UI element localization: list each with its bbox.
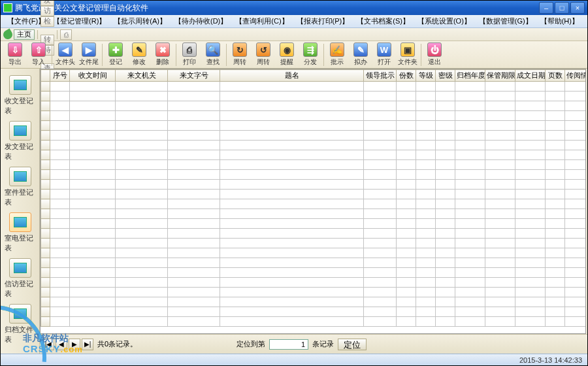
table-row[interactable]	[41, 82, 587, 92]
table-row[interactable]	[41, 248, 587, 258]
table-row[interactable]	[41, 229, 587, 239]
smallbar-btn-5[interactable]: 检	[41, 16, 54, 27]
toolbar-label: 登记	[109, 58, 122, 67]
table-row[interactable]	[41, 141, 587, 150]
maximize-button[interactable]: □	[555, 2, 569, 14]
column-header[interactable]: 页数	[546, 70, 565, 82]
column-header[interactable]: 份数	[397, 70, 416, 82]
table-row[interactable]	[41, 307, 587, 317]
column-header[interactable]: 来文机关	[116, 70, 168, 82]
toolbar-周转[interactable]: ↺周转	[252, 42, 275, 68]
column-header[interactable]: 来文字号	[168, 70, 220, 82]
sidebar-item-5[interactable]: 归档文件表	[5, 304, 36, 344]
column-header[interactable]: 收文时间	[70, 70, 116, 82]
column-header[interactable]: 领导批示	[364, 70, 397, 82]
menu-item-6[interactable]: 【文书档案(S)】	[353, 16, 414, 26]
toolbar-导出[interactable]: ⇩导出	[3, 42, 27, 68]
table-row[interactable]	[41, 219, 587, 229]
smallbar-btn-3[interactable]: 发	[41, 0, 54, 6]
data-grid[interactable]: 序号收文时间来文机关来文字号题名领导批示份数等级密级归档年度保管期限成文日期页数…	[40, 69, 586, 334]
toolbar-icon: ⇩	[8, 42, 22, 57]
column-header[interactable]: 等级	[416, 70, 436, 82]
toolbar-打印[interactable]: ⎙打印	[178, 42, 201, 68]
toolbar-拟办[interactable]: ✎拟办	[349, 42, 372, 68]
menu-item-9[interactable]: 【帮助(H)】	[536, 16, 583, 26]
menu-item-1[interactable]: 【登记管理(R)】	[49, 16, 110, 26]
pager-first[interactable]: |◀	[42, 339, 54, 350]
toolbar-label: 退出	[428, 58, 441, 67]
table-row[interactable]	[41, 268, 587, 278]
toolbar-退出[interactable]: ⏻退出	[423, 42, 446, 68]
sidebar-item-1[interactable]: 发文登记表	[5, 121, 36, 161]
toolbar-icon: ⇶	[303, 42, 318, 57]
table-row[interactable]	[41, 297, 587, 307]
table-row[interactable]	[41, 111, 587, 121]
table-row[interactable]	[41, 131, 587, 141]
pager-next[interactable]: ▶	[69, 339, 80, 350]
sidebar-item-2[interactable]: 室件登记表	[5, 167, 36, 207]
column-header[interactable]: 成文日期	[515, 70, 546, 82]
minimize-button[interactable]: –	[539, 2, 553, 14]
toolbar-批示[interactable]: ✍批示	[325, 42, 349, 68]
column-header[interactable]	[41, 70, 50, 82]
smallbar-btn-4[interactable]: 访	[41, 6, 54, 16]
table-row[interactable]	[41, 92, 587, 101]
pager-prev[interactable]: ◀	[56, 339, 67, 350]
toolbar-label: 分发	[304, 58, 317, 67]
toolbar-查找[interactable]: 🔍查找	[201, 42, 225, 68]
sidebar-item-0[interactable]: 收文登记表	[5, 75, 36, 116]
table-row[interactable]	[41, 209, 587, 219]
table-row[interactable]	[41, 170, 587, 180]
leaf-icon	[1, 28, 14, 41]
table-row[interactable]	[41, 317, 587, 327]
table-row[interactable]	[41, 199, 587, 209]
toolbar-文件头[interactable]: ◀文件头	[54, 42, 77, 68]
table-row[interactable]	[41, 160, 587, 170]
toolbar-文件尾[interactable]: ▶文件尾	[77, 42, 101, 68]
menu-item-3[interactable]: 【待办待收(D)】	[171, 16, 231, 26]
toolbar-登记[interactable]: ✚登记	[104, 42, 127, 68]
toolbar-label: 拟办	[354, 58, 367, 67]
sidebar-label: 发文登记表	[5, 142, 36, 161]
menu-item-8[interactable]: 【数据管理(G)】	[475, 16, 536, 26]
toolbar-icon: ⏻	[427, 42, 442, 57]
table-row[interactable]	[41, 278, 587, 288]
column-header[interactable]: 保管期限	[485, 70, 515, 82]
sidebar-item-4[interactable]: 信访登记表	[5, 258, 36, 299]
table-row[interactable]	[41, 101, 587, 111]
table-row[interactable]	[41, 150, 587, 160]
table-row[interactable]	[41, 258, 587, 268]
toolbar-icon: ✎	[353, 42, 368, 57]
toolbar-label: 周转	[233, 58, 246, 67]
column-header[interactable]: 传阅情况	[565, 70, 587, 82]
toolbar-打开[interactable]: W打开	[372, 42, 396, 68]
menu-item-5[interactable]: 【报表打印(P)】	[293, 16, 353, 26]
toolbar-修改[interactable]: ✎修改	[127, 42, 151, 68]
pager-last[interactable]: ▶|	[82, 339, 93, 350]
column-header[interactable]: 归档年度	[455, 70, 485, 82]
close-button[interactable]: ×	[570, 2, 585, 14]
column-header[interactable]: 密级	[436, 70, 455, 82]
smallbar-print-icon[interactable]: ⎙	[60, 29, 72, 40]
toolbar-周转[interactable]: ↻周转	[228, 42, 252, 68]
toolbar-icon: ✍	[330, 42, 344, 57]
sidebar-item-3[interactable]: 室电登记表	[5, 212, 36, 253]
table-row[interactable]	[41, 190, 587, 199]
table-row[interactable]	[41, 288, 587, 297]
pager-goto-input[interactable]	[269, 339, 308, 350]
toolbar-分发[interactable]: ⇶分发	[299, 42, 322, 68]
column-header[interactable]: 题名	[220, 70, 364, 82]
toolbar-文件夹[interactable]: ▣文件夹	[396, 42, 419, 68]
pager-locate-button[interactable]: 定位	[338, 339, 367, 350]
menu-item-4[interactable]: 【查询利用(C)】	[231, 16, 292, 26]
column-header[interactable]: 序号	[50, 70, 70, 82]
menu-item-2[interactable]: 【批示周转(A)】	[110, 16, 171, 26]
menu-item-7[interactable]: 【系统设置(O)】	[414, 16, 475, 26]
toolbar-删除[interactable]: ✖删除	[151, 42, 174, 68]
table-row[interactable]	[41, 121, 587, 131]
toolbar-导入[interactable]: ⇧导入	[27, 42, 50, 68]
toolbar-提醒[interactable]: ◉提醒	[275, 42, 299, 68]
table-row[interactable]	[41, 239, 587, 248]
smallbar-main[interactable]: 主页	[14, 29, 35, 40]
table-row[interactable]	[41, 180, 587, 190]
